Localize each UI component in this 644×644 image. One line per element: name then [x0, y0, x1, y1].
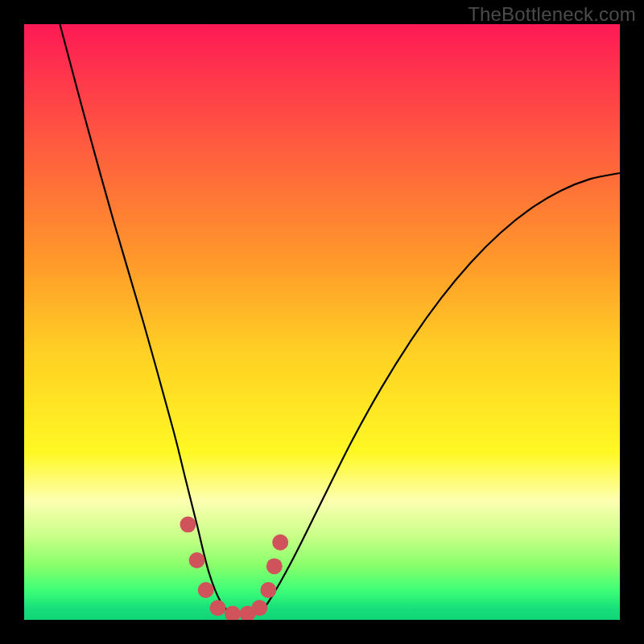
curve-marker	[225, 606, 241, 620]
curve-marker	[210, 600, 226, 616]
curve-layer	[24, 24, 620, 620]
plot-area	[24, 24, 620, 620]
curve-marker	[189, 552, 205, 568]
bottleneck-curve	[60, 24, 620, 615]
curve-marker	[198, 582, 214, 598]
curve-marker	[180, 517, 196, 533]
curve-marker	[260, 582, 276, 598]
curve-marker	[272, 535, 288, 551]
watermark-text: TheBottleneck.com	[468, 3, 636, 26]
curve-marker	[251, 600, 267, 616]
marker-group	[180, 517, 289, 620]
chart-frame: TheBottleneck.com	[0, 0, 644, 644]
curve-marker	[266, 558, 283, 574]
